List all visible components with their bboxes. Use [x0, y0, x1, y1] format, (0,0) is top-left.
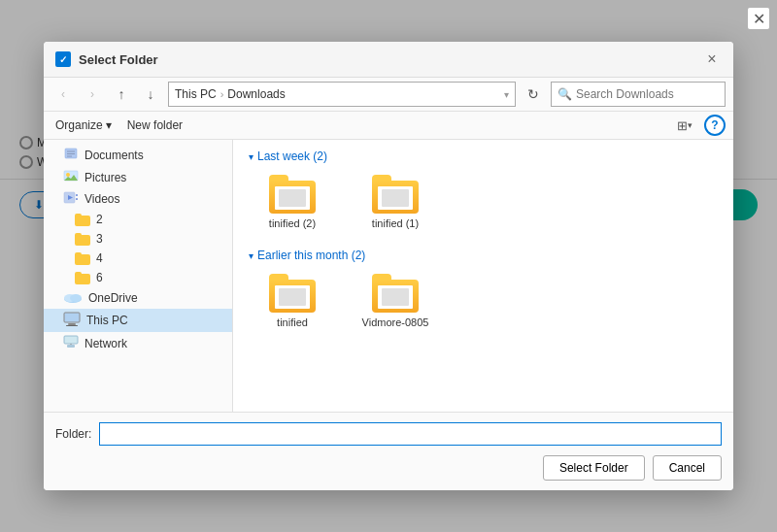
- search-input[interactable]: [576, 87, 719, 101]
- svg-rect-16: [64, 336, 78, 344]
- sidebar-label-folder2: 2: [96, 213, 103, 226]
- sidebar-label-thispc: This PC: [86, 314, 128, 327]
- videos-icon: [63, 191, 79, 207]
- svg-rect-9: [76, 198, 78, 200]
- organize-toolbar: Organize ▾ New folder ⊞ ▾ ?: [44, 112, 733, 140]
- sidebar-label-videos: Videos: [84, 192, 119, 206]
- file-item-vidmore[interactable]: Vidmore-0805: [352, 270, 439, 332]
- sidebar-item-folder2[interactable]: 2: [44, 210, 232, 229]
- up-button[interactable]: ↑: [110, 83, 133, 105]
- dialog-titlebar: ✓ Select Folder ×: [44, 42, 733, 78]
- back-button[interactable]: ‹: [51, 83, 75, 105]
- file-grid-earlier-month: tinified Vidmore-0805: [249, 270, 718, 332]
- sidebar-item-thispc[interactable]: This PC: [44, 309, 232, 332]
- sidebar-item-folder6[interactable]: 6: [44, 268, 232, 287]
- file-item-tinified[interactable]: tinified: [249, 270, 336, 332]
- documents-icon: [63, 147, 79, 163]
- svg-rect-17: [67, 345, 75, 348]
- sidebar-label-onedrive: OneDrive: [88, 291, 138, 305]
- onedrive-icon: [63, 290, 83, 306]
- section-header-earlier-month[interactable]: ▾Earlier this month (2): [249, 249, 718, 262]
- cancel-button[interactable]: Cancel: [653, 455, 722, 481]
- button-row: Select Folder Cancel: [55, 455, 722, 481]
- breadcrumb-downloads[interactable]: Downloads: [227, 87, 285, 101]
- dialog-toolbar: ‹ › ↑ ↓ This PC › Downloads ▾ ↻ 🔍: [44, 78, 733, 112]
- address-bar[interactable]: This PC › Downloads ▾: [168, 82, 516, 107]
- search-bar-container: 🔍: [551, 82, 726, 107]
- sidebar-item-pictures[interactable]: Pictures: [44, 166, 232, 188]
- section-title-earlier-month: Earlier this month (2): [257, 249, 365, 262]
- sidebar-item-videos[interactable]: Videos: [44, 188, 232, 210]
- new-folder-label: New folder: [127, 118, 183, 132]
- dialog-icon: ✓: [55, 51, 71, 67]
- organize-arrow: ▾: [106, 118, 112, 132]
- svg-rect-14: [68, 323, 76, 325]
- dialog-title: ✓ Select Folder: [55, 51, 158, 67]
- view-icon: ⊞: [677, 118, 688, 133]
- svg-point-5: [66, 173, 70, 177]
- dialog-main: ▾Last week (2) tinified (2) tinified (1)…: [233, 140, 733, 412]
- file-item-tinified2[interactable]: tinified (2): [249, 171, 336, 233]
- sidebar-label-network: Network: [84, 337, 127, 350]
- chevron-icon: ▾: [249, 250, 253, 261]
- file-folder-icon-tinified1: [372, 175, 419, 214]
- svg-rect-15: [66, 325, 78, 326]
- file-grid-last-week: tinified (2) tinified (1): [249, 171, 718, 233]
- outer-close-button[interactable]: ✕: [748, 8, 769, 29]
- chevron-icon: ▾: [249, 151, 253, 162]
- sidebar-item-folder3[interactable]: 3: [44, 229, 232, 249]
- pictures-icon: [63, 169, 79, 185]
- file-folder-icon-tinified2: [269, 175, 316, 214]
- breadcrumb-thispc[interactable]: This PC: [175, 87, 217, 101]
- sidebar-label-documents: Documents: [84, 149, 144, 162]
- file-name-tinified2: tinified (2): [269, 217, 316, 229]
- dialog-title-text: Select Folder: [79, 52, 158, 67]
- folder-input[interactable]: [99, 422, 722, 446]
- sidebar-label-folder6: 6: [96, 271, 103, 284]
- forward-button[interactable]: ›: [81, 83, 104, 105]
- modal-overlay: ✓ Select Folder × ‹ › ↑ ↓ This PC › Down…: [0, 0, 777, 532]
- search-icon: 🔍: [557, 87, 572, 101]
- thispc-icon: [63, 312, 81, 329]
- select-folder-button[interactable]: Select Folder: [543, 455, 645, 481]
- breadcrumb-sep: ›: [220, 88, 224, 100]
- file-folder-icon-tinified: [269, 274, 316, 313]
- folder2-icon: [75, 214, 90, 226]
- dialog-footer: Folder: Select Folder Cancel: [44, 412, 733, 490]
- file-name-tinified: tinified: [277, 316, 308, 328]
- svg-rect-13: [64, 313, 80, 322]
- folder6-icon: [75, 272, 90, 284]
- dialog-sidebar: DocumentsPicturesVideos2346OneDriveThis …: [44, 140, 233, 412]
- sidebar-item-onedrive[interactable]: OneDrive: [44, 287, 232, 309]
- section-header-last-week[interactable]: ▾Last week (2): [249, 150, 718, 163]
- select-folder-dialog: ✓ Select Folder × ‹ › ↑ ↓ This PC › Down…: [44, 42, 733, 490]
- sidebar-label-pictures: Pictures: [84, 171, 126, 184]
- svg-point-12: [70, 294, 82, 302]
- section-title-last-week: Last week (2): [257, 150, 327, 163]
- refresh-button[interactable]: ↻: [522, 83, 545, 105]
- sidebar-item-documents[interactable]: Documents: [44, 144, 232, 166]
- new-folder-button[interactable]: New folder: [123, 116, 186, 134]
- network-icon: [63, 335, 79, 351]
- organize-label: Organize: [55, 118, 103, 132]
- file-item-tinified1[interactable]: tinified (1): [352, 171, 439, 233]
- file-name-tinified1: tinified (1): [372, 217, 419, 229]
- address-dropdown-arrow[interactable]: ▾: [504, 89, 509, 100]
- sidebar-label-folder4: 4: [96, 251, 103, 265]
- sidebar-item-network[interactable]: Network: [44, 332, 232, 354]
- organize-button[interactable]: Organize ▾: [51, 116, 116, 134]
- folder-input-row: Folder:: [55, 422, 722, 446]
- dialog-close-button[interactable]: ×: [702, 50, 722, 69]
- folder3-icon: [75, 233, 90, 246]
- help-button[interactable]: ?: [704, 115, 726, 136]
- file-name-vidmore: Vidmore-0805: [362, 316, 429, 328]
- svg-rect-8: [76, 194, 78, 196]
- view-button[interactable]: ⊞ ▾: [673, 115, 696, 136]
- dialog-content: DocumentsPicturesVideos2346OneDriveThis …: [44, 140, 733, 412]
- folder-label: Folder:: [55, 427, 91, 441]
- view-dropdown: ▾: [688, 120, 693, 130]
- sidebar-label-folder3: 3: [96, 232, 103, 246]
- sidebar-item-folder4[interactable]: 4: [44, 249, 232, 268]
- folder-down-button[interactable]: ↓: [139, 83, 162, 105]
- file-folder-icon-vidmore: [372, 274, 419, 313]
